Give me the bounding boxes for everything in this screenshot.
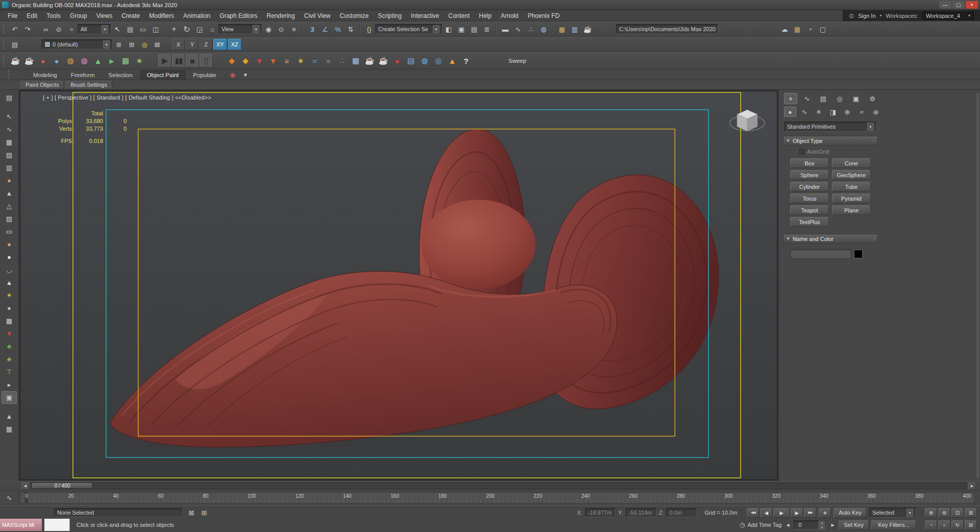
- ribbon-subtab-paint-objects[interactable]: Paint Objects: [20, 81, 64, 89]
- primitive-button-box[interactable]: Box: [790, 158, 829, 168]
- primitive-button-cone[interactable]: Cone: [832, 158, 871, 168]
- coffee-render-icon[interactable]: ☕: [363, 54, 376, 67]
- frame-tick-240[interactable]: 240: [581, 493, 590, 499]
- layer-color-swatch[interactable]: [44, 41, 51, 47]
- frame-tick-280[interactable]: 280: [677, 493, 685, 499]
- object-name-field[interactable]: [790, 249, 851, 259]
- select-and-scale-icon[interactable]: ◲: [193, 23, 206, 35]
- next-frame-icon[interactable]: ▶: [791, 508, 803, 518]
- crowd-tool-icon[interactable]: ≡: [280, 54, 293, 67]
- mini-curve-editor-button[interactable]: ∿: [0, 491, 19, 505]
- render-setup-icon[interactable]: ▩: [556, 23, 568, 35]
- dropdown-arrow-icon[interactable]: ▾: [867, 123, 874, 131]
- select-and-manipulate-icon[interactable]: ⊙: [275, 23, 287, 35]
- lattice-tool-icon[interactable]: ▦: [2, 136, 17, 149]
- viewport-layout-tabs-icon[interactable]: ▤: [2, 91, 17, 104]
- time-slider-track[interactable]: 0 / 400: [31, 482, 967, 489]
- geometry-category-icon[interactable]: ●: [784, 107, 796, 117]
- explosion-tool-icon[interactable]: ∗: [294, 54, 307, 67]
- primitive-button-geosphere[interactable]: GeoSphere: [832, 170, 871, 180]
- spinner-down-icon[interactable]: ▾: [819, 525, 825, 529]
- align-icon[interactable]: ▣: [455, 23, 468, 35]
- primitive-button-torus[interactable]: Torus: [790, 194, 829, 203]
- cameras-category-icon[interactable]: ◨: [827, 107, 839, 117]
- rectangular-selection-region-icon[interactable]: ▭: [137, 23, 149, 35]
- display-tab-icon[interactable]: ▣: [849, 93, 863, 104]
- y-coordinate-field[interactable]: -50.114m: [626, 508, 656, 517]
- orb-primitive-icon[interactable]: ●: [2, 302, 17, 315]
- absolute-offset-toggle-icon[interactable]: ⊞: [198, 506, 210, 519]
- water-sim-icon[interactable]: ≈: [308, 54, 321, 67]
- cone-primitive-icon[interactable]: ▲: [2, 276, 17, 289]
- primitive-button-teapot[interactable]: Teapot: [790, 205, 829, 215]
- primitive-button-textplus[interactable]: TextPlus: [790, 217, 829, 227]
- bind-to-space-warp-icon[interactable]: ≈: [65, 23, 78, 35]
- dropdown-arrow-icon[interactable]: ▾: [103, 40, 110, 49]
- menu-arnold[interactable]: Arnold: [496, 10, 523, 21]
- ring-orange-icon[interactable]: ◍: [64, 54, 77, 67]
- render-in-cloud-icon[interactable]: ☁: [778, 23, 791, 35]
- minimize-icon[interactable]: —: [939, 1, 951, 9]
- helpers-category-icon[interactable]: ⊕: [841, 107, 853, 117]
- frame-spinner[interactable]: ▴ ▾: [819, 521, 825, 529]
- grid-tool-icon[interactable]: ▦: [2, 423, 17, 436]
- autogrid-checkbox[interactable]: [799, 149, 804, 154]
- frame-tick-380[interactable]: 380: [915, 493, 924, 499]
- sun-light-icon[interactable]: ☀: [2, 289, 17, 302]
- systems-category-icon[interactable]: ⊛: [870, 107, 882, 117]
- menu-file[interactable]: File: [3, 10, 22, 21]
- frame-tick-340[interactable]: 340: [820, 493, 828, 499]
- ribbon-tab-populate[interactable]: Populate: [187, 71, 222, 80]
- percent-snap-toggle-icon[interactable]: %: [332, 23, 344, 35]
- frame-tick-320[interactable]: 320: [772, 493, 781, 499]
- hierarchy-tab-icon[interactable]: ▤: [817, 93, 830, 104]
- select-tool-icon[interactable]: ↖: [2, 110, 17, 123]
- liquid-orange-icon[interactable]: ▼: [266, 54, 280, 67]
- primitive-button-sphere[interactable]: Sphere: [790, 170, 829, 180]
- auto-key-button[interactable]: Auto Key: [834, 508, 867, 518]
- axis-constraint-y[interactable]: Y: [186, 39, 199, 50]
- ribbon-subtab-brush-settings[interactable]: Brush Settings: [65, 81, 112, 89]
- isolate-selection-toggle-icon[interactable]: ◎: [138, 38, 151, 51]
- selection-filter-dropdown[interactable]: All ▾: [78, 24, 111, 34]
- menu-content[interactable]: Content: [444, 10, 474, 21]
- use-pivot-point-center-icon[interactable]: ◉: [262, 23, 275, 35]
- maximize-icon[interactable]: ▢: [952, 1, 965, 9]
- populate-figure-icon[interactable]: ▲: [91, 54, 105, 67]
- menu-group[interactable]: Group: [65, 10, 91, 21]
- previous-frame-icon[interactable]: ◀: [760, 508, 772, 518]
- hammer-tool-icon[interactable]: ⊤: [2, 366, 17, 378]
- toggle-layer-explorer-icon[interactable]: ≣: [481, 23, 493, 35]
- viewport-label[interactable]: [ + ] [ Perspective ] [ Standard ] [ Def…: [43, 94, 211, 101]
- unlink-selection-icon[interactable]: ⊘: [53, 23, 65, 35]
- frame-tick-260[interactable]: 260: [629, 493, 638, 499]
- menu-rendering[interactable]: Rendering: [262, 10, 299, 21]
- create-tab-icon[interactable]: +: [784, 93, 797, 104]
- x-coordinate-field[interactable]: -18.877m: [585, 508, 616, 517]
- project-path-field[interactable]: C:\Users\np\Documents\3ds Max 2020: [616, 24, 718, 34]
- render-iterative-teapot-icon[interactable]: ☕: [22, 54, 36, 67]
- zoom-icon[interactable]: ⊕: [925, 508, 937, 518]
- primitive-button-plane[interactable]: Plane: [832, 205, 871, 215]
- ribbon-tab-selection[interactable]: Selection: [102, 71, 138, 80]
- rings-tool-icon[interactable]: ◎: [432, 54, 445, 67]
- angle-snap-toggle-icon[interactable]: ∠: [319, 23, 331, 35]
- buildings-tool-icon[interactable]: ▦: [349, 54, 362, 67]
- set-key-button[interactable]: Set Key: [839, 520, 869, 530]
- spray-tool-icon[interactable]: △: [2, 200, 17, 212]
- document-tool-icon[interactable]: ▤: [404, 54, 418, 67]
- reference-coordinate-dropdown[interactable]: View ▾: [218, 24, 262, 34]
- frame-tick-160[interactable]: 160: [390, 493, 399, 499]
- previous-key-icon[interactable]: ◀: [784, 521, 791, 529]
- space-warps-category-icon[interactable]: ≈: [855, 107, 868, 117]
- toggle-ribbon-icon[interactable]: ▬: [499, 23, 511, 35]
- checker-map-icon[interactable]: ▩: [2, 315, 17, 327]
- track-bar-ruler[interactable]: 0204060801001201401601802002202402602803…: [20, 492, 975, 503]
- flyout-arrow-icon[interactable]: ▸: [2, 378, 17, 391]
- scene-explorer-list-icon[interactable]: ▤: [9, 38, 21, 51]
- render-production-icon[interactable]: ☕: [581, 23, 594, 35]
- pause-animation-icon[interactable]: ▮▮: [172, 54, 185, 67]
- add-time-tag[interactable]: ◷ Add Time Tag: [740, 521, 782, 528]
- zoom-all-icon[interactable]: ⊛: [938, 508, 950, 518]
- ribbon-config-icon[interactable]: ◉: [227, 68, 239, 81]
